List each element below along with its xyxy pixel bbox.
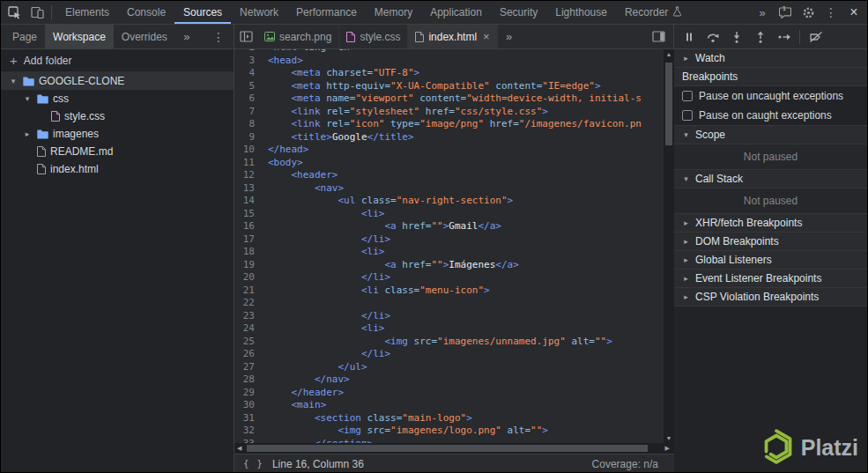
- pretty-print-button[interactable]: { }: [243, 458, 263, 469]
- tree-item-readme-md[interactable]: README.md: [1, 143, 234, 160]
- section-global-listeners[interactable]: ▸Global Listeners: [674, 251, 867, 270]
- line-number[interactable]: 19: [234, 259, 268, 272]
- code-line[interactable]: 11<body>: [234, 157, 664, 170]
- code-line[interactable]: 12 <header>: [234, 169, 664, 182]
- tab-console[interactable]: Console: [118, 1, 174, 24]
- kebab-menu-icon[interactable]: ⋮: [820, 2, 842, 24]
- scroll-up-icon[interactable]: ▲: [664, 51, 674, 57]
- line-number[interactable]: 17: [234, 233, 268, 247]
- line-number[interactable]: 18: [234, 246, 268, 259]
- issues-button[interactable]: 1: [774, 2, 797, 24]
- more-navigator-tabs-icon[interactable]: »: [175, 26, 198, 48]
- scroll-right-icon[interactable]: ▶: [665, 445, 670, 452]
- step-over-icon[interactable]: [701, 26, 723, 48]
- settings-gear-icon[interactable]: [797, 2, 820, 24]
- line-number[interactable]: 26: [234, 348, 268, 361]
- line-number[interactable]: 31: [234, 412, 268, 425]
- disclosure-arrow-icon[interactable]: ▾: [22, 94, 33, 103]
- line-number[interactable]: 16: [234, 220, 268, 233]
- tree-item-index-html[interactable]: index.html: [1, 160, 234, 178]
- code-line[interactable]: 13 <nav>: [234, 182, 664, 196]
- line-number[interactable]: 10: [234, 144, 268, 157]
- navigator-toggle-icon[interactable]: [234, 26, 257, 48]
- code-editor[interactable]: 2<html lang="en">3<head>4 <meta charset=…: [234, 49, 674, 473]
- code-line[interactable]: 5 <meta http-equiv="X-UA-Compatible" con…: [234, 80, 664, 93]
- code-line[interactable]: 27 </ul>: [234, 361, 664, 374]
- disclosure-arrow-icon[interactable]: ▸: [22, 129, 33, 138]
- code-line[interactable]: 31 <section class="main-logo">: [234, 412, 664, 425]
- code-line[interactable]: 17 </li>: [234, 233, 664, 247]
- add-folder-button[interactable]: + Add folder: [1, 49, 234, 72]
- close-devtools-icon[interactable]: ×: [842, 2, 865, 24]
- deactivate-breakpoints-icon[interactable]: [805, 26, 827, 48]
- line-number[interactable]: 30: [234, 399, 268, 412]
- section-dom-breakpoints[interactable]: ▸DOM Breakpoints: [674, 233, 867, 251]
- more-panels-icon[interactable]: »: [751, 2, 774, 24]
- code-line[interactable]: 9 <title>Google</title>: [234, 131, 664, 144]
- code-line[interactable]: 20 </li>: [234, 271, 664, 285]
- code-line[interactable]: 32 <img src="imagenes/logo.png" alt="">: [234, 425, 664, 438]
- tab-sources[interactable]: Sources: [174, 1, 231, 24]
- line-number[interactable]: 14: [234, 195, 268, 208]
- code-line[interactable]: 25 <img src="imagenes/unnamed.jpg" alt="…: [234, 336, 664, 349]
- tab-memory[interactable]: Memory: [366, 1, 421, 24]
- section-csp-violation-breakpoints[interactable]: ▸CSP Violation Breakpoints: [674, 288, 867, 307]
- code-line[interactable]: 3<head>: [234, 55, 664, 68]
- line-number[interactable]: 20: [234, 271, 268, 285]
- step-out-icon[interactable]: [749, 26, 771, 48]
- section-call-stack[interactable]: ▾Call Stack: [674, 170, 867, 188]
- code-line[interactable]: 16 <a href="">Gmail</a>: [234, 220, 664, 233]
- tab-performance[interactable]: Performance: [287, 1, 366, 24]
- line-number[interactable]: 22: [234, 297, 268, 310]
- section-breakpoints[interactable]: Breakpoints: [674, 68, 867, 86]
- tab-elements[interactable]: Elements: [56, 1, 118, 24]
- code-line[interactable]: 18 <li>: [234, 246, 664, 259]
- checkbox-row-pause-on-caught-exceptions[interactable]: Pause on caught exceptions: [674, 106, 867, 126]
- code-line[interactable]: 28 </nav>: [234, 373, 664, 387]
- horizontal-scrollbar[interactable]: ◀ ▶: [234, 443, 674, 454]
- disclosure-arrow-icon[interactable]: ▾: [8, 77, 19, 85]
- checkbox-row-pause-on-uncaught-exceptions[interactable]: Pause on uncaught exceptions: [674, 86, 867, 106]
- file-tab-style-css[interactable]: style.css: [339, 25, 408, 48]
- line-number[interactable]: 9: [234, 131, 268, 144]
- tab-workspace[interactable]: Workspace: [45, 25, 114, 48]
- tab-page[interactable]: Page: [4, 25, 45, 48]
- line-number[interactable]: 29: [234, 387, 268, 400]
- line-number[interactable]: 7: [234, 106, 268, 119]
- line-number[interactable]: 11: [234, 157, 268, 170]
- inspect-element-icon[interactable]: [3, 2, 26, 24]
- navigator-menu-icon[interactable]: ⋮: [207, 26, 230, 48]
- code-line[interactable]: 29 </header>: [234, 387, 664, 400]
- section-scope[interactable]: ▾Scope: [674, 126, 867, 144]
- line-number[interactable]: 15: [234, 208, 268, 221]
- scroll-left-icon[interactable]: ◀: [237, 445, 241, 452]
- line-number[interactable]: 27: [234, 361, 268, 374]
- code-line[interactable]: 21 <li class="menu-icon">: [234, 285, 664, 298]
- line-number[interactable]: 5: [234, 80, 268, 93]
- line-number[interactable]: 3: [234, 55, 268, 68]
- code-line[interactable]: 19 <a href="">Imágenes</a>: [234, 259, 664, 272]
- code-line[interactable]: 30 <main>: [234, 399, 664, 412]
- line-number[interactable]: 24: [234, 322, 268, 336]
- vertical-scrollbar-thumb[interactable]: [665, 63, 672, 145]
- line-number[interactable]: 13: [234, 182, 268, 196]
- code-line[interactable]: 24 <li>: [234, 322, 664, 336]
- section-watch[interactable]: ▸Watch: [674, 49, 867, 68]
- line-number[interactable]: 28: [234, 373, 268, 387]
- tree-item-css[interactable]: ▾css: [1, 90, 234, 107]
- code-line[interactable]: 23 </li>: [234, 310, 664, 323]
- tab-overrides[interactable]: Overrides: [114, 25, 175, 48]
- line-number[interactable]: 6: [234, 92, 268, 106]
- vertical-scrollbar[interactable]: ▲ ▼: [664, 49, 674, 443]
- code-line[interactable]: 15 <li>: [234, 208, 664, 221]
- tree-item-imagenes[interactable]: ▸imagenes: [1, 125, 234, 143]
- file-tab-index-html[interactable]: index.html×: [408, 25, 497, 48]
- line-number[interactable]: 8: [234, 118, 268, 131]
- code-area[interactable]: 2<html lang="en">3<head>4 <meta charset=…: [234, 49, 674, 443]
- tab-application[interactable]: Application: [421, 1, 491, 24]
- line-number[interactable]: 23: [234, 310, 268, 323]
- drawer-toggle-icon[interactable]: [647, 26, 670, 48]
- section-xhr-fetch-breakpoints[interactable]: ▸XHR/fetch Breakpoints: [674, 214, 867, 233]
- code-line[interactable]: 26 </li>: [234, 348, 664, 361]
- code-line[interactable]: 7 <link rel="stylesheet" href="css/style…: [234, 106, 664, 119]
